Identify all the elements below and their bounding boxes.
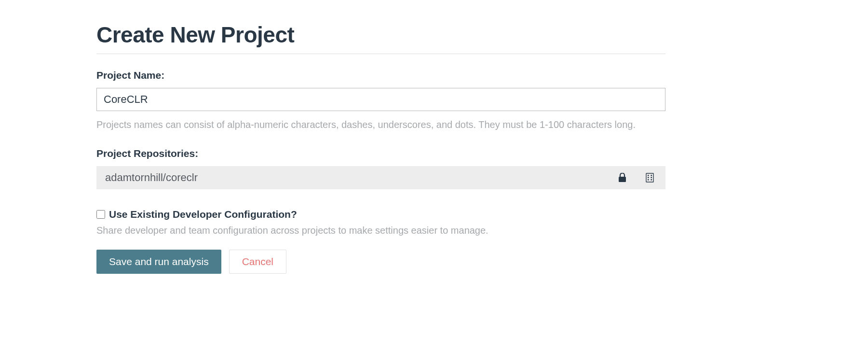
action-buttons: Save and run analysis Cancel — [96, 250, 665, 274]
project-name-input[interactable] — [96, 88, 665, 111]
project-name-help: Projects names can consist of alpha-nume… — [96, 118, 665, 131]
building-icon — [646, 173, 654, 183]
dev-config-help: Share developer and team configuration a… — [96, 225, 665, 236]
svg-rect-6 — [648, 179, 649, 181]
dev-config-checkbox[interactable] — [96, 210, 105, 219]
svg-rect-3 — [651, 175, 652, 176]
title-divider — [96, 54, 665, 54]
dev-config-label[interactable]: Use Existing Developer Configuration? — [109, 209, 297, 220]
project-name-label: Project Name: — [96, 70, 665, 81]
repository-icons — [618, 173, 657, 183]
svg-rect-1 — [646, 173, 653, 182]
svg-rect-4 — [648, 177, 649, 179]
create-project-form: Create New Project Project Name: Project… — [96, 22, 665, 274]
cancel-button[interactable]: Cancel — [229, 250, 286, 274]
dev-config-row: Use Existing Developer Configuration? — [96, 209, 665, 220]
lock-icon — [618, 173, 626, 183]
svg-rect-0 — [619, 177, 626, 182]
save-run-analysis-button[interactable]: Save and run analysis — [96, 250, 221, 274]
repository-row[interactable]: adamtornhill/coreclr — [96, 166, 665, 189]
svg-rect-5 — [651, 177, 652, 179]
svg-rect-2 — [648, 175, 649, 176]
page-title: Create New Project — [96, 22, 665, 48]
svg-rect-7 — [651, 179, 652, 181]
repository-name: adamtornhill/coreclr — [105, 171, 618, 184]
repositories-label: Project Repositories: — [96, 148, 665, 159]
